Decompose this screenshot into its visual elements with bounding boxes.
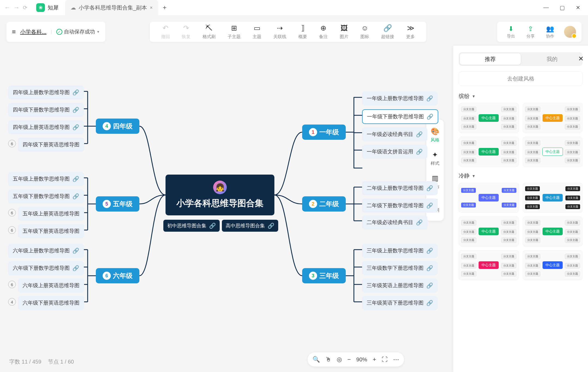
export-icon: ⬇ xyxy=(508,25,514,33)
leaf-node[interactable]: 六年级上册数学思维导图🔗 xyxy=(8,244,84,258)
close-window-icon[interactable]: ✕ xyxy=(576,4,580,11)
format-tool-button[interactable]: ✦样式 xyxy=(426,147,444,170)
tab-recommended[interactable]: 推荐 xyxy=(460,53,521,65)
sub-node-middle-school[interactable]: 初中思维导图合集🔗 xyxy=(163,220,220,232)
theme-thumb[interactable]: 中心主题分支主题分支主题分支主题分支主题分支主题分支主题 xyxy=(523,250,583,280)
format-painter-button[interactable]: ⛏格式刷 xyxy=(197,24,222,40)
leaf-node[interactable]: 五年级下册英语思维导图 xyxy=(18,224,84,238)
theme-thumb[interactable]: 中心主题分支主题分支主题分支主题分支主题分支主题分支主题 xyxy=(459,250,519,280)
theme-thumb[interactable]: 中心主题分支主题分支主题分支主题分支主题分支主题分支主题 xyxy=(459,216,519,246)
maximize-icon[interactable]: ▢ xyxy=(560,4,565,11)
leaf-node[interactable]: 六年级上册英语思维导图 xyxy=(18,278,84,293)
leaf-node[interactable]: 三年级数学下册思维导图🔗 xyxy=(362,261,438,275)
forward-icon[interactable]: → xyxy=(14,4,20,11)
leaf-node[interactable]: 二年级下册数学思维导图🔗 xyxy=(362,199,438,213)
mouse-icon[interactable]: 🖱 xyxy=(325,356,331,363)
leaf-node[interactable]: 三年级英语上册思维导图🔗 xyxy=(362,278,438,293)
section-calm[interactable]: 冷静▼ xyxy=(459,172,583,179)
link-icon: 🔗 xyxy=(72,124,79,131)
child-count-badge[interactable]: 6 xyxy=(8,281,16,288)
emoji-button[interactable]: ☺图标 xyxy=(354,24,375,40)
app-logo-icon: ❀ xyxy=(36,3,45,12)
section-colorful[interactable]: 缤纷▼ xyxy=(459,92,583,100)
leaf-node[interactable]: 三年级英语下册思维导图🔗 xyxy=(362,296,438,310)
child-count-badge[interactable]: 6 xyxy=(8,209,16,216)
more-icon[interactable]: ⋯ xyxy=(393,356,399,363)
theme-thumb[interactable]: 中心主题分支主题分支主题分支主题分支主题分支主题分支主题 xyxy=(523,137,583,167)
topic-button[interactable]: ▭主题 xyxy=(247,24,267,40)
leaf-node[interactable]: 二年级必读经典书目🔗 xyxy=(362,215,427,230)
close-tab-icon[interactable]: × xyxy=(150,5,153,11)
leaf-node[interactable]: 三年级上册数学思维导图🔗 xyxy=(362,244,438,258)
close-panel-icon[interactable]: ✕ xyxy=(578,55,584,63)
leaf-node[interactable]: 四年级上册英语思维导图🔗 xyxy=(8,120,84,134)
leaf-node[interactable]: 五年级下册数学思维导图🔗 xyxy=(8,189,84,203)
theme-thumb[interactable]: 中心主题分支主题分支主题分支主题分支主题分支主题分支主题 xyxy=(523,183,583,213)
relation-button[interactable]: ⇢关联线 xyxy=(267,24,292,40)
hamburger-icon[interactable]: ≡ xyxy=(12,28,16,36)
create-style-button[interactable]: 去创建风格 xyxy=(459,71,583,86)
autosave-status[interactable]: ✓ 自动保存成功 ▼ xyxy=(56,28,100,35)
leaf-node[interactable]: 六年级下册英语思维导图 xyxy=(18,296,84,310)
new-tab-button[interactable]: + xyxy=(159,2,170,13)
back-icon[interactable]: ← xyxy=(4,4,10,11)
minimize-icon[interactable]: — xyxy=(543,4,549,11)
more-button[interactable]: ≫更多 xyxy=(400,24,421,40)
theme-thumb[interactable]: 中心主题分支主题分支主题分支主题分支主题分支主题分支主题 xyxy=(523,216,583,246)
sub-node-high-school[interactable]: 高中思维导图合集🔗 xyxy=(222,220,278,232)
tab-mine[interactable]: 我的 xyxy=(522,52,583,66)
leaf-node[interactable]: 六年级下册数学思维导图🔗 xyxy=(8,261,84,275)
leaf-node[interactable]: 五年级上册英语思维导图 xyxy=(18,207,84,221)
leaf-node[interactable]: 四年级上册数学思维导图🔗 xyxy=(8,85,84,100)
leaf-node[interactable]: 四年级下册数学思维导图🔗 xyxy=(8,103,84,117)
link-icon: 🔗 xyxy=(426,95,433,102)
child-count-badge[interactable]: 6 xyxy=(8,140,16,147)
search-icon[interactable]: 🔍 xyxy=(313,356,320,363)
subtopic-button[interactable]: ⊞子主题 xyxy=(222,24,247,40)
theme-thumb[interactable]: 中心主题分支主题分支主题分支主题分支主题分支主题分支主题 xyxy=(459,103,519,133)
doc-title[interactable]: 小学各科... xyxy=(20,28,47,36)
refresh-icon[interactable]: ⟳ xyxy=(23,4,27,11)
locate-icon[interactable]: ◎ xyxy=(337,356,342,363)
child-count-badge[interactable]: 4 xyxy=(8,298,16,306)
theme-thumb[interactable]: 中心主题分支主题分支主题分支主题分支主题分支主题分支主题 xyxy=(523,103,583,133)
leaf-node[interactable]: 一年级上册数学思维导图🔗 xyxy=(362,91,438,106)
note-button[interactable]: ⊕备注 xyxy=(313,24,334,40)
summary-button[interactable]: ⟧概要 xyxy=(292,24,313,40)
grade-node-4[interactable]: 4四年级 xyxy=(96,119,139,134)
center-label: 小学各科思维导图合集 xyxy=(176,197,264,209)
link-icon: 🔗 xyxy=(427,113,433,120)
app-tab[interactable]: ❀ 知犀 xyxy=(31,0,64,15)
leaf-node[interactable]: 二年级上册数学思维导图🔗 xyxy=(362,181,438,195)
zoom-value: 90% xyxy=(356,356,367,363)
export-button[interactable]: ⬇导出 xyxy=(503,25,519,39)
grade-node-3[interactable]: 3三年级 xyxy=(302,268,346,283)
theme-thumb[interactable]: 中心主题分支主题分支主题分支主题分支主题分支主题分支主题 xyxy=(459,137,519,167)
redo-button[interactable]: ↷恢复 xyxy=(176,24,197,40)
user-avatar[interactable] xyxy=(564,26,576,38)
image-button[interactable]: 🖼图片 xyxy=(334,24,354,40)
leaf-node[interactable]: 一年级必读经典书目🔗 xyxy=(362,127,427,141)
center-node[interactable]: 👧 小学各科思维导图合集 xyxy=(166,175,274,215)
app-tab-label: 知犀 xyxy=(48,4,59,11)
theme-thumb[interactable]: 中心主题分支主题分支主题分支主题分支主题 xyxy=(459,183,519,213)
zoom-out-button[interactable]: − xyxy=(347,356,351,363)
document-tab[interactable]: ☁ 小学各科思维导图合集_副本 × xyxy=(65,0,158,15)
share-button[interactable]: ⇪分享 xyxy=(522,25,539,39)
collab-button[interactable]: 👥协作 xyxy=(542,25,559,39)
grade-node-5[interactable]: 5五年级 xyxy=(96,196,139,212)
leaf-node[interactable]: 一年级语文拼音运用🔗 xyxy=(362,145,427,159)
grade-node-1[interactable]: 1一年级 xyxy=(302,125,346,140)
fit-icon[interactable]: ⛶ xyxy=(382,356,388,363)
check-icon: ✓ xyxy=(56,29,62,35)
leaf-node-selected[interactable]: 一年级下册数学思维导图🔗 xyxy=(362,109,438,124)
leaf-node[interactable]: 五年级上册数学思维导图🔗 xyxy=(8,172,84,186)
zoom-in-button[interactable]: + xyxy=(373,356,376,363)
style-tool-button[interactable]: 🎨风格 xyxy=(426,123,444,147)
hyperlink-button[interactable]: 🔗超链接 xyxy=(375,24,400,40)
grade-node-2[interactable]: 2二年级 xyxy=(302,196,346,212)
child-count-badge[interactable]: 6 xyxy=(8,226,16,234)
leaf-node[interactable]: 四年级下册英语思维导图 xyxy=(18,138,84,152)
grade-node-6[interactable]: 6六年级 xyxy=(96,268,139,283)
undo-button[interactable]: ↶撤回 xyxy=(155,24,176,40)
